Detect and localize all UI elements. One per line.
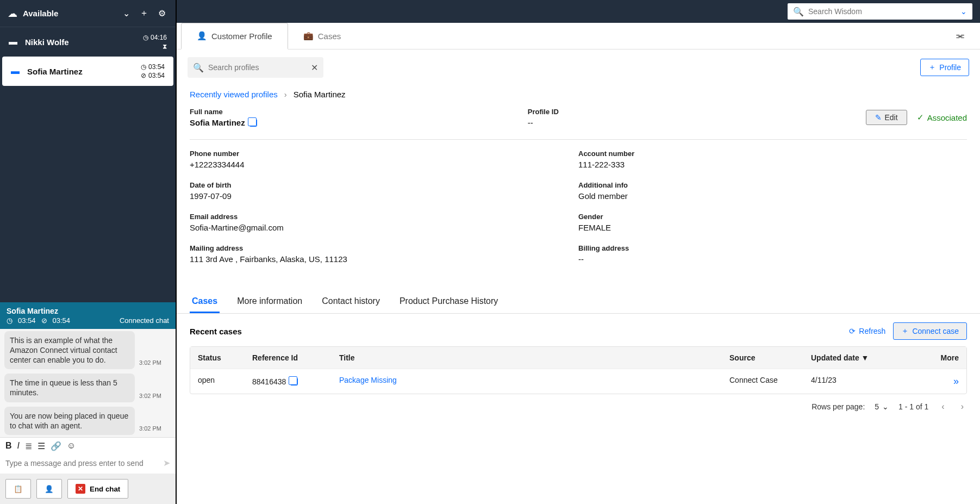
- subtab-cases[interactable]: Cases: [190, 291, 220, 313]
- session-time-1: 03:54: [18, 316, 36, 325]
- sort-icon: ▼: [862, 353, 869, 362]
- col-title[interactable]: Title: [332, 347, 722, 369]
- tab-customer-profile[interactable]: 👤Customer Profile: [181, 23, 288, 49]
- page-range: 1 - 1 of 1: [898, 402, 928, 411]
- cases-table: Status Reference Id Title Source Updated…: [190, 346, 967, 394]
- expand-icon[interactable]: »: [953, 376, 959, 387]
- profile-toolbar: 🔍 ✕ ＋Profile: [177, 49, 980, 85]
- subtab-purchase-history[interactable]: Product Purchase History: [397, 291, 500, 313]
- italic-icon[interactable]: I: [17, 441, 20, 451]
- clipboard-button[interactable]: 📋: [5, 479, 31, 499]
- close-icon: ✕: [76, 484, 85, 494]
- contact-card-button[interactable]: 👤: [36, 479, 62, 499]
- breadcrumb-current: Sofia Martinez: [294, 90, 346, 99]
- chevron-down-icon[interactable]: ⌄: [960, 7, 967, 16]
- message-input[interactable]: [5, 459, 163, 468]
- cell-source: Connect Case: [722, 369, 803, 394]
- link-icon[interactable]: 🔗: [51, 441, 61, 451]
- emoji-icon[interactable]: ☺: [67, 441, 76, 451]
- bold-icon[interactable]: B: [5, 441, 12, 451]
- profileid-value: --: [528, 118, 866, 127]
- contacts-list: ▬ Nikki Wolfe ◷04:16 ⧗ ▬ Sofia Martinez …: [0, 27, 176, 86]
- check-icon: ⊘: [41, 316, 47, 325]
- connect-case-label: Connect case: [912, 327, 959, 335]
- session-status: Connected chat: [120, 316, 169, 325]
- rows-per-page-select[interactable]: 5⌄: [875, 402, 889, 411]
- contact-name: Nikki Wolfe: [25, 38, 135, 47]
- end-chat-button[interactable]: ✕End chat: [67, 479, 128, 499]
- subtab-contact-history[interactable]: Contact history: [320, 291, 382, 313]
- refresh-button[interactable]: ⟳Refresh: [849, 327, 885, 335]
- check-icon: ✓: [917, 113, 924, 122]
- contact-time-1: 03:54: [148, 63, 165, 71]
- profile-actions: ✎Edit ✓Associated: [866, 108, 967, 127]
- phone-label: Phone number: [190, 150, 578, 158]
- settings-icon[interactable]: ⚙: [156, 6, 168, 21]
- session-banner: Sofia Martinez ◷03:54 ⊘03:54 Connected c…: [0, 302, 176, 329]
- breadcrumb: Recently viewed profiles › Sofia Martine…: [177, 85, 980, 108]
- clock-icon: ◷: [141, 63, 146, 71]
- refresh-label: Refresh: [859, 327, 885, 335]
- copy-icon[interactable]: [249, 119, 257, 127]
- tab-cases[interactable]: 💼Cases: [288, 23, 357, 48]
- cell-title[interactable]: Package Missing: [332, 369, 722, 394]
- cell-reference: 88416438: [245, 369, 332, 394]
- add-contact-icon[interactable]: ＋: [138, 5, 151, 21]
- col-source[interactable]: Source: [722, 347, 803, 369]
- next-page-icon[interactable]: ›: [958, 402, 967, 412]
- fullname-label: Full name: [190, 108, 528, 116]
- contact-times: ◷03:54 ⊘03:54: [141, 63, 165, 79]
- contact-item-active[interactable]: ▬ Sofia Martinez ◷03:54 ⊘03:54: [2, 57, 173, 86]
- wisdom-search-input[interactable]: [808, 7, 956, 16]
- col-reference[interactable]: Reference Id: [245, 347, 332, 369]
- unordered-list-icon[interactable]: ☰: [38, 441, 45, 451]
- copy-icon[interactable]: [290, 378, 298, 385]
- col-updated-date[interactable]: Updated date ▼: [803, 347, 923, 369]
- email-label: Email address: [190, 213, 578, 221]
- clear-icon[interactable]: ✕: [311, 63, 318, 73]
- tab-label: Customer Profile: [211, 32, 272, 41]
- wisdom-search[interactable]: 🔍 ⌄: [788, 3, 972, 20]
- chat-transcript: This is an example of what the Amazon Co…: [0, 329, 176, 437]
- plus-icon: ＋: [928, 63, 936, 72]
- cell-status: open: [190, 369, 245, 394]
- edit-button[interactable]: ✎Edit: [866, 110, 907, 125]
- table-header: Status Reference Id Title Source Updated…: [190, 347, 966, 369]
- pencil-icon: ✎: [875, 113, 882, 122]
- chevron-right-icon: ›: [284, 90, 287, 99]
- chat-time: 3:02 PM: [139, 425, 161, 435]
- table-row[interactable]: open 88416438 Package Missing Connect Ca…: [190, 369, 966, 394]
- chat-message: This is an example of what the Amazon Co…: [4, 331, 135, 370]
- col-more: More: [923, 347, 966, 369]
- agent-status[interactable]: Available: [23, 9, 115, 18]
- pagination: Rows per page: 5⌄ 1 - 1 of 1 ‹ ›: [177, 394, 980, 419]
- chat-time: 3:02 PM: [139, 393, 161, 402]
- addl-value: Gold member: [578, 191, 967, 201]
- contact-time-2: 03:54: [148, 72, 165, 79]
- dob-value: 1997-07-09: [190, 191, 578, 201]
- chat-message: You are now being placed in queue to cha…: [4, 407, 135, 435]
- add-profile-button[interactable]: ＋Profile: [920, 59, 969, 76]
- edit-label: Edit: [885, 113, 898, 122]
- subtab-more-info[interactable]: More information: [235, 291, 304, 313]
- profile-search[interactable]: 🔍 ✕: [188, 57, 323, 78]
- share-icon[interactable]: ⫘: [944, 30, 976, 42]
- clock-icon: ◷: [7, 316, 13, 325]
- ordered-list-icon[interactable]: ≣: [25, 441, 32, 451]
- session-name: Sofia Martinez: [7, 307, 169, 315]
- cell-more: »: [923, 369, 966, 394]
- format-toolbar: B I ≣ ☰ 🔗 ☺: [0, 438, 176, 455]
- prev-page-icon[interactable]: ‹: [938, 402, 947, 412]
- main: 🔍 ⌄ 👤Customer Profile 💼Cases ⫘ 🔍 ✕ ＋Prof…: [177, 0, 980, 504]
- cloud-icon: ☁: [8, 8, 17, 20]
- connect-case-button[interactable]: ＋Connect case: [893, 322, 967, 340]
- contact-item[interactable]: ▬ Nikki Wolfe ◷04:16 ⧗: [0, 27, 176, 57]
- breadcrumb-link[interactable]: Recently viewed profiles: [190, 90, 278, 99]
- hourglass-icon: ⧗: [163, 42, 167, 50]
- chat-actions: 📋 👤 ✕End chat: [0, 474, 176, 504]
- profile-search-input[interactable]: [208, 63, 307, 72]
- col-status[interactable]: Status: [190, 347, 245, 369]
- mailing-label: Mailing address: [190, 244, 578, 252]
- status-chevron-icon[interactable]: ⌄: [121, 6, 132, 21]
- send-icon[interactable]: ➤: [163, 458, 170, 468]
